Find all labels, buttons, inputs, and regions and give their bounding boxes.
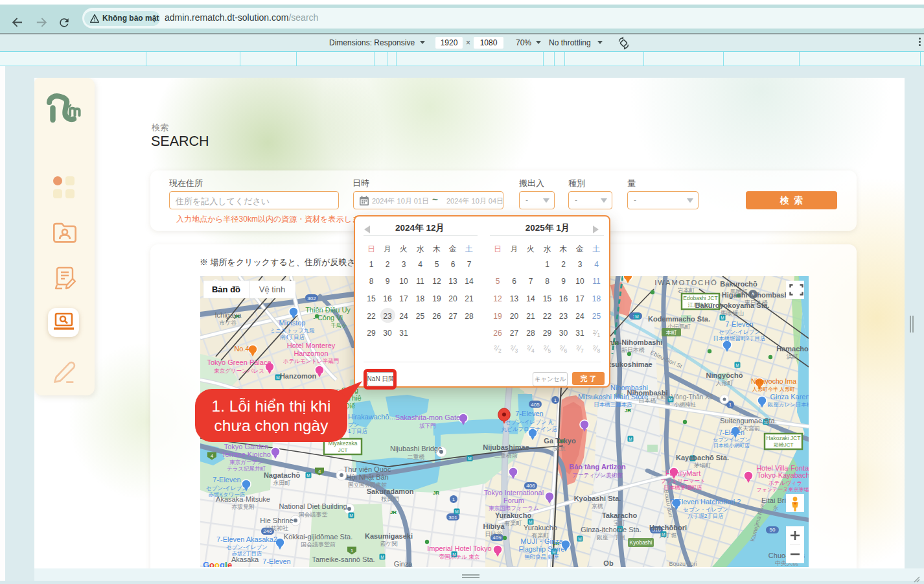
svg-text:アーティゾン美術館: アーティゾン美術館 [572, 472, 623, 478]
svg-text:Hotel Monterey: Hotel Monterey [287, 342, 336, 349]
svg-text:セブンイレブン: セブンイレブン [713, 437, 750, 443]
svg-text:Ningyōchō: Ningyōchō [706, 371, 743, 379]
svg-text:Bảo tàng Artizon: Bảo tàng Artizon [569, 463, 626, 471]
svg-text:4: 4 [211, 453, 213, 459]
svg-text:M: M [578, 537, 581, 541]
svg-text:IWAMOTOCHŌ: IWAMOTOCHŌ [654, 279, 718, 286]
svg-text:日本橋三越本店: 日本橋三越本店 [594, 401, 632, 408]
svg-text:M: M [629, 437, 632, 441]
svg-text:茅場町: 茅場町 [694, 462, 711, 469]
svg-text:Forum: Forum [503, 496, 524, 504]
svg-text:M: M [455, 509, 458, 514]
svg-text:Ministop: Ministop [279, 319, 306, 327]
svg-text:Edobashi JCT: Edobashi JCT [683, 295, 717, 301]
svg-text:Kyobashi: Kyobashi [630, 539, 653, 546]
svg-text:Terrace Kioicho: Terrace Kioicho [222, 450, 271, 458]
svg-text:M: M [349, 513, 352, 518]
svg-text:箱崎JCT: 箱崎JCT [774, 442, 794, 448]
svg-text:o: o [209, 560, 214, 567]
svg-text:JR: JR [433, 490, 439, 496]
svg-text:No.4: No.4 [234, 345, 249, 353]
svg-text:国会議事堂前: 国会議事堂前 [301, 541, 336, 548]
svg-text:セブン-イレブン: セブン-イレブン [206, 485, 248, 491]
svg-text:浜町: 浜町 [786, 353, 798, 360]
svg-text:50: 50 [770, 527, 776, 533]
svg-text:Kyobashi Sta.: Kyobashi Sta. [574, 495, 621, 502]
svg-text:7-Eleven: 7-Eleven [725, 320, 753, 328]
svg-text:市ケ谷: 市ケ谷 [219, 320, 237, 326]
svg-text:Nihombashi: Nihombashi [610, 384, 648, 391]
svg-text:セブン-イレブン 丸: セブン-イレブン 丸 [505, 419, 554, 425]
svg-text:国立国会図書館: 国立国会図書館 [348, 482, 387, 488]
svg-text:Ga Tokyo: Ga Tokyo [544, 437, 576, 445]
svg-text:東京国際フォーラム: 東京国際フォーラム [489, 505, 538, 511]
svg-text:千鳥ケ: 千鳥ケ [330, 322, 347, 329]
svg-text:e: e [227, 560, 232, 567]
svg-text:Tokyo International: Tokyo International [484, 489, 544, 496]
svg-text:Mitsukoshi Main Store: Mitsukoshi Main Store [578, 393, 648, 401]
svg-text:銀座一丁目: 銀座一丁目 [597, 534, 626, 541]
svg-text:Hamacho: Hamacho [776, 345, 809, 353]
svg-text:o: o [214, 560, 220, 567]
svg-text:Ginza-itchome Sta.: Ginza-itchome Sta. [581, 526, 641, 533]
svg-text:Takaracho: Takaracho [602, 511, 637, 519]
svg-text:7-Eleven Hatchobori 2: 7-Eleven Hatchobori 2 [671, 498, 741, 506]
svg-text:Hatchōbori: Hatchōbori [649, 524, 687, 531]
svg-text:Suitengumae Sta.: Suitengumae Sta. [720, 417, 776, 425]
svg-text:M: M [306, 473, 310, 478]
svg-text:FamilyMart: FamilyMart [665, 469, 700, 477]
svg-text:1: 1 [554, 397, 557, 403]
svg-text:Kokkai-gijidōmae Sta.: Kokkai-gijidōmae Sta. [284, 533, 352, 541]
svg-text:セブン-イレブン: セブン-イレブン [719, 329, 760, 335]
svg-text:Tokyo Garden: Tokyo Garden [224, 443, 268, 450]
svg-text:406: 406 [526, 483, 535, 489]
svg-text:Ichigaya: Ichigaya [215, 311, 242, 319]
svg-text:Bakurochō: Bakurochō [720, 280, 757, 288]
svg-text:Akasaka-Mitsuke: Akasaka-Mitsuke [216, 495, 270, 503]
svg-text:岩本町: 岩本町 [678, 287, 695, 294]
svg-text:東京グリーンパレス: 東京グリーンパレス [214, 368, 264, 374]
svg-text:National Diet Building: National Diet Building [279, 502, 347, 510]
svg-text:霞ケ関: 霞ケ関 [380, 541, 397, 547]
svg-text:Sakashita-mon Gate: Sakashita-mon Gate [395, 414, 460, 421]
svg-text:M: M [735, 363, 739, 368]
svg-text:Ginza: Ginza [394, 560, 413, 567]
svg-text:Tameike-sannō Sta.: Tameike-sannō Sta. [312, 555, 375, 563]
svg-text:セブン・イレブン: セブン・イレブン [683, 506, 728, 513]
svg-text:Yurakucho: Yurakucho [524, 524, 557, 531]
svg-text:Kasumigaseki: Kasumigaseki [365, 532, 413, 540]
svg-text:二重橋: 二重橋 [408, 454, 425, 460]
svg-text:405: 405 [531, 402, 540, 408]
svg-text:1: 1 [452, 496, 456, 502]
svg-text:302: 302 [307, 296, 316, 301]
svg-text:ホテルヴィラ: ホテルヴィラ [768, 480, 802, 486]
svg-text:日枝神社: 日枝神社 [265, 525, 288, 531]
svg-text:Nagatachō: Nagatachō [264, 471, 301, 479]
svg-text:7-Eleven: 7-Eleven [719, 429, 744, 436]
svg-text:小網神社: 小網神社 [674, 401, 697, 408]
svg-text:Nijubashimae: Nijubashimae [483, 443, 529, 451]
svg-text:G: G [203, 560, 209, 567]
svg-text:M: M [635, 314, 638, 319]
svg-text:Thiên Điều Uy: Thiên Điều Uy [305, 306, 351, 314]
svg-text:二重橋前: 二重橋前 [494, 452, 518, 459]
svg-text:Akasaka: Akasaka [231, 555, 259, 563]
svg-text:JR: JR [625, 408, 631, 414]
svg-text:MUJI・Ginza: MUJI・Ginza [520, 537, 563, 545]
svg-text:フォンテーヌ東京茅場町: フォンテーヌ東京茅場町 [757, 487, 809, 493]
svg-text:日比谷: 日比谷 [485, 531, 503, 537]
svg-text:7-Eleven: 7-Eleven [213, 476, 240, 484]
svg-text:Imperial Hotel Tokyo: Imperial Hotel Tokyo [427, 544, 491, 552]
svg-text:新日本橋: 新日本橋 [621, 347, 645, 353]
svg-text:日本橋堀留町2丁目店: 日本橋堀留町2丁目店 [713, 335, 765, 342]
svg-text:東京ガーデン: 東京ガーデン [229, 459, 263, 465]
svg-text:Kayabachō Sta.: Kayabachō Sta. [676, 454, 729, 461]
svg-text:小伝馬町: 小伝馬町 [667, 323, 691, 330]
svg-text:本町: 本町 [666, 329, 678, 336]
svg-text:日本橋小網町店: 日本橋小網町店 [713, 443, 750, 449]
svg-text:Ninavocho Ima: Ninavocho Ima [751, 377, 796, 385]
svg-text:Tokyo-Kayabacho: Tokyo-Kayabacho [757, 471, 809, 479]
svg-text:人形町: 人形町 [716, 380, 733, 386]
svg-text:ホテルモントレ半蔵門: ホテルモントレ半蔵門 [283, 358, 339, 364]
svg-text:八丁堀2丁目店: 八丁堀2丁目店 [687, 513, 724, 519]
